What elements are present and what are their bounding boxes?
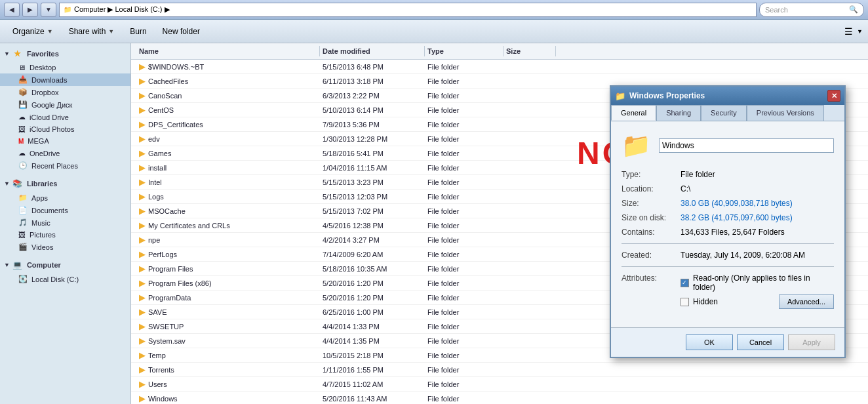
sidebar-item-mega[interactable]: M MEGA	[0, 135, 130, 147]
file-type: File folder	[425, 190, 503, 203]
ok-button[interactable]: OK	[686, 334, 733, 350]
dialog-divider2	[621, 266, 834, 267]
file-date: 7/14/2009 6:20 AM	[320, 248, 425, 260]
favorites-label: Favorites	[27, 50, 59, 58]
organize-button[interactable]: Organize ▼	[5, 22, 60, 41]
file-size	[503, 334, 556, 347]
apply-button[interactable]: Apply	[788, 334, 835, 350]
table-row[interactable]: ▶Windows5/20/2016 11:43 AMFile folder	[131, 392, 868, 404]
file-date: 5/15/2013 7:02 PM	[320, 205, 425, 217]
file-name: Windows	[148, 395, 178, 403]
file-date: 1/30/2013 12:28 PM	[320, 132, 425, 145]
desktop-icon: 🖥	[18, 64, 26, 71]
back-button[interactable]: ◀	[4, 3, 20, 17]
file-date: 5/18/2016 5:41 PM	[320, 147, 425, 159]
location-value: C:\	[681, 184, 834, 193]
tab-previous-versions[interactable]: Previous Versions	[747, 105, 824, 121]
prop-size-ondisk: Size on disk: 38.2 GB (41,075,097,600 by…	[621, 213, 834, 222]
file-type: File folder	[425, 104, 503, 116]
tab-sharing[interactable]: Sharing	[656, 105, 701, 121]
attributes-label: Attributes:	[621, 273, 681, 312]
folder-icon: ▶	[139, 293, 146, 302]
share-with-button[interactable]: Share with ▼	[62, 22, 122, 41]
folder-icon: ▶	[139, 163, 146, 172]
sidebar-item-desktop[interactable]: 🖥 Desktop	[0, 62, 130, 73]
sidebar-item-googledisk[interactable]: 💾 Google Диск	[0, 98, 130, 111]
col-type[interactable]: Type	[425, 46, 503, 56]
file-name: Program Files (x86)	[148, 279, 212, 287]
file-date: 5/15/2013 6:48 PM	[320, 60, 425, 73]
address-bar[interactable]: 📁 Computer ▶ Local Disk (C:) ▶	[59, 3, 757, 17]
favorites-section-header[interactable]: ▼ ★ Favorites	[0, 46, 130, 62]
file-date: 5/15/2013 3:23 PM	[320, 176, 425, 188]
burn-button[interactable]: Burn	[123, 22, 153, 41]
file-date: 4/4/2014 1:35 PM	[320, 334, 425, 347]
file-size	[503, 392, 556, 404]
hidden-checkbox[interactable]	[681, 298, 689, 306]
search-bar[interactable]: Search 🔍	[759, 3, 864, 17]
sidebar-item-dropbox[interactable]: 📦 Dropbox	[0, 86, 130, 98]
dialog-titlebar: 📁 Windows Properties ✕	[611, 87, 844, 105]
table-row[interactable]: ▶$WINDOWS.~BT5/15/2013 6:48 PMFile folde…	[131, 60, 868, 74]
sidebar-item-music[interactable]: 🎵 Music	[0, 216, 130, 229]
recentplaces-icon: 🕒	[18, 161, 28, 170]
file-size	[503, 378, 556, 390]
dialog-close-button[interactable]: ✕	[827, 90, 840, 102]
new-folder-button[interactable]: New folder	[155, 22, 207, 41]
prop-contains: Contains: 134,633 Files, 25,647 Folders	[621, 228, 834, 237]
file-size	[503, 277, 556, 289]
sidebar-item-documents[interactable]: 📄 Documents	[0, 204, 130, 216]
sidebar-item-videos[interactable]: 🎬 Videos	[0, 241, 130, 253]
libraries-arrow: ▼	[4, 180, 10, 187]
tab-security[interactable]: Security	[701, 105, 747, 121]
sidebar-item-icloudphotos[interactable]: 🖼 iCloud Photos	[0, 123, 130, 135]
computer-section-header[interactable]: ▼ 💻 Computer	[0, 257, 130, 273]
file-size	[503, 219, 556, 232]
table-row[interactable]: ▶Torrents1/11/2016 1:55 PMFile folder	[131, 363, 868, 377]
sidebar-item-iclouddrive[interactable]: ☁ iCloud Drive	[0, 111, 130, 123]
file-date: 5/20/2016 1:20 PM	[320, 277, 425, 289]
file-date: 5/20/2016 1:20 PM	[320, 291, 425, 304]
up-button[interactable]: ▼	[41, 3, 56, 17]
share-with-arrow: ▼	[108, 28, 114, 35]
libraries-section-header[interactable]: ▼ 📚 Libraries	[0, 176, 130, 192]
col-name[interactable]: Name	[136, 46, 320, 56]
cancel-button[interactable]: Cancel	[737, 334, 784, 350]
folder-icon: ▶	[139, 278, 146, 288]
file-type: File folder	[425, 378, 503, 390]
file-name: CentOS	[148, 106, 174, 114]
file-date: 5/20/2016 11:43 AM	[320, 392, 425, 404]
sidebar-item-downloads-label: Downloads	[31, 76, 67, 84]
file-type: File folder	[425, 219, 503, 232]
col-size[interactable]: Size	[503, 46, 556, 56]
downloads-icon: 📥	[18, 75, 28, 84]
file-type: File folder	[425, 233, 503, 246]
view-icon[interactable]: ☰	[844, 26, 853, 37]
readonly-checkbox[interactable]	[681, 279, 689, 287]
computer-arrow: ▼	[4, 262, 10, 268]
sidebar-item-localdisk[interactable]: 💽 Local Disk (C:)	[0, 273, 130, 285]
sidebar-item-pictures[interactable]: 🖼 Pictures	[0, 229, 130, 241]
icloudphotos-icon: 🖼	[18, 125, 26, 133]
sidebar-item-pictures-label: Pictures	[30, 231, 56, 239]
file-date: 5/18/2016 10:35 AM	[320, 262, 425, 275]
table-row[interactable]: ▶Users4/7/2015 11:02 AMFile folder	[131, 377, 868, 392]
folder-icon: ▶	[139, 105, 146, 115]
sidebar-item-onedrive[interactable]: ☁ OneDrive	[0, 147, 130, 159]
folder-name-input[interactable]	[659, 138, 834, 153]
sidebar-item-mega-label: MEGA	[28, 137, 49, 145]
forward-button[interactable]: ▶	[22, 3, 38, 17]
col-date[interactable]: Date modified	[320, 46, 425, 56]
attrs-row: Attributes: Read-only (Only applies to f…	[621, 273, 834, 312]
libraries-label: Libraries	[27, 180, 57, 188]
type-value: File folder	[681, 170, 834, 179]
advanced-button[interactable]: Advanced...	[779, 294, 834, 309]
tab-general[interactable]: General	[611, 105, 656, 121]
sidebar-item-downloads[interactable]: 📥 Downloads	[0, 73, 130, 86]
sidebar-item-apps[interactable]: 📁 Apps	[0, 192, 130, 204]
file-size	[503, 248, 556, 260]
sidebar-item-recentplaces[interactable]: 🕒 Recent Places	[0, 159, 130, 172]
view-arrow[interactable]: ▼	[857, 28, 863, 35]
file-type: File folder	[425, 262, 503, 275]
file-type: File folder	[425, 176, 503, 188]
